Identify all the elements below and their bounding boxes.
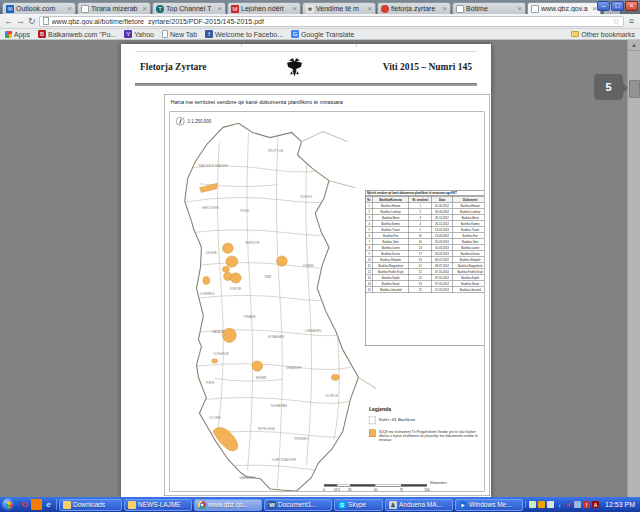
scroll-up-icon[interactable]: ▲ [628, 40, 640, 51]
tab-close-icon[interactable]: × [67, 5, 72, 13]
taskbar-button-news-lajme[interactable]: NEWS-LAJME [124, 499, 192, 511]
bookmark-label: Welcome to Facebo... [215, 31, 283, 38]
page-number: 5 [605, 81, 611, 93]
bookmark-new-tab[interactable]: New Tab [162, 30, 197, 38]
back-icon[interactable]: ← [4, 17, 13, 26]
crop-mark [241, 44, 242, 47]
map-canvas: MALESI E MADHETROPOJESHKODERKUKESPUKELEZ… [170, 112, 485, 492]
other-bookmarks-label: Other bookmarks [581, 31, 635, 38]
chrome-menu-icon[interactable]: ≡ [627, 16, 636, 26]
display-tray-icon[interactable] [547, 501, 554, 508]
scale-bar-label: 100 [424, 488, 429, 492]
scale-ratio: 1:1,250,000 [188, 119, 212, 124]
pdf-scrollbar[interactable]: ▲ [627, 40, 640, 497]
taskbar-button-skype[interactable]: SSkype [334, 499, 383, 511]
orange-app-icon[interactable] [31, 499, 42, 510]
district-label: GRAMSH [286, 366, 301, 370]
bookmark-star-icon[interactable]: ☆ [613, 17, 620, 26]
opera-icon[interactable]: O [19, 499, 30, 510]
folder-icon [63, 501, 71, 509]
tab-strip: ✉Outlook.com×Tirana mizerab×TTop Channel… [0, 0, 640, 14]
close-button[interactable]: × [625, 1, 638, 11]
table-row: 15Bashkia Librazhd1507.05.2014Bashkia Li… [366, 287, 485, 293]
boundary-swatch-icon [369, 417, 376, 425]
tab-label: fletorja zyrtare [391, 5, 440, 12]
google-translate-favicon: G [291, 30, 299, 38]
emblem-favicon: ♚ [306, 5, 314, 13]
tab-vendime-t-m[interactable]: ♚Vendime të m× [302, 2, 376, 14]
kaspersky-tray-icon[interactable]: K [565, 501, 572, 508]
url-text[interactable]: www.qbz.gov.al/botime/fletore_zyrtare/20… [52, 18, 610, 25]
bookmark-apps[interactable]: Apps [5, 31, 30, 38]
taskbar-button-windows-me-[interactable]: ▸Windows Me... [455, 499, 523, 511]
desktop: ✉Outlook.com×Tirana mizerab×TTop Channel… [0, 0, 640, 512]
media-icon: ▸ [459, 501, 467, 509]
tab-label: Vendime të m [316, 5, 365, 12]
start-button[interactable] [2, 498, 15, 511]
bookmark-label: New Tab [170, 31, 197, 38]
scale-bar: Kilometers 012.5255075100 [324, 481, 485, 492]
district-label: KAVAJE [212, 330, 225, 334]
alert-tray-icon[interactable]: ! [583, 501, 590, 508]
district-label: PUKE [240, 209, 250, 213]
network-tray-icon[interactable] [574, 501, 581, 508]
district-label: BERAT [256, 376, 268, 380]
system-tray: ♪K!A [525, 501, 602, 508]
tab-top-channel-t[interactable]: TTop Channel T× [152, 2, 226, 14]
taskbar-button-downloads[interactable]: Downloads [59, 499, 122, 511]
bookmark-yahoo[interactable]: YYahoo [124, 30, 154, 38]
tab-close-icon[interactable]: × [217, 5, 222, 13]
internet-explorer-icon[interactable]: e [43, 499, 54, 510]
pdf-viewer: Fletorja Zyrtare [0, 40, 640, 497]
taskbar-button-www-qbz-go-[interactable]: www.qbz.go... [194, 499, 262, 511]
tab-close-icon[interactable]: × [442, 5, 447, 13]
tab-www-qbz-gov-a[interactable]: www.qbz.gov.a× [527, 2, 601, 14]
other-bookmarks-button[interactable]: Other bookmarks [571, 31, 635, 38]
reload-icon[interactable]: ↻ [28, 17, 36, 26]
tab-label: www.qbz.gov.a [541, 5, 590, 12]
tab-outlook-com[interactable]: ✉Outlook.com× [2, 2, 76, 14]
table-cell: 07.05.2014 [432, 287, 452, 293]
bookmark-welcome-to-facebo-[interactable]: fWelcome to Facebo... [205, 30, 283, 38]
tab-lejohen-nd-rt[interactable]: MLejohen ndërt× [227, 2, 301, 14]
page-favicon [81, 5, 89, 13]
district-label: TEPELENE [257, 426, 276, 430]
bookmark-balkanweb-com-pu-[interactable]: BBalkanweb.com "Pu... [38, 30, 116, 38]
district-label: SKRAPAR [271, 404, 288, 408]
taskbar-button-label: Windows Me... [469, 501, 512, 508]
taskbar-button-anduena-ma-[interactable]: ♟Anduena MA... [385, 499, 453, 511]
minimize-button[interactable]: – [597, 1, 610, 11]
table-cell: Bashkia Librazhd [373, 287, 409, 293]
forward-icon[interactable]: → [16, 17, 25, 26]
legend-item-njqv: NJQV me Instrument Të Përgjithshëm Vendo… [369, 430, 485, 443]
welcome-to-facebo--favicon: f [205, 30, 213, 38]
taskbar-button-document1-[interactable]: WDocument1... [264, 499, 332, 511]
scrollbar-thumb[interactable] [629, 80, 640, 98]
volume-tray-icon[interactable]: ♪ [556, 501, 563, 508]
tab-tirana-mizerab[interactable]: Tirana mizerab× [77, 2, 151, 14]
page-icon [43, 17, 49, 25]
district-label: FIER [206, 381, 214, 385]
tab-close-icon[interactable]: × [517, 5, 522, 13]
adobe-tray-icon[interactable]: A [592, 501, 599, 508]
tab-close-icon[interactable]: × [292, 5, 297, 13]
address-bar[interactable]: www.qbz.gov.al/botime/fletore_zyrtare/20… [39, 16, 624, 27]
update-tray-icon[interactable] [538, 501, 545, 508]
tab-close-icon[interactable]: × [142, 5, 147, 13]
maximize-button[interactable]: □ [611, 1, 624, 11]
gazette-title: Fletorja Zyrtare [140, 61, 207, 72]
taskbar-button-label: www.qbz.go... [208, 501, 248, 508]
njqv-swatch-icon [369, 430, 376, 438]
bookmark-google-translate[interactable]: GGoogle Translate [291, 30, 354, 38]
taskbar-button-label: Downloads [73, 501, 105, 508]
district-label: MALESI E MADHE [199, 164, 229, 168]
taskbar-clock[interactable]: 12:53 PM [604, 501, 638, 508]
notes-tray-icon[interactable] [529, 501, 536, 508]
district-label: SHKODER [202, 206, 219, 210]
tab-fletorja-zyrtare[interactable]: fletorja zyrtare× [377, 2, 451, 14]
tab-botime[interactable]: Botime× [452, 2, 526, 14]
bookmark-label: Apps [14, 31, 30, 38]
tab-close-icon[interactable]: × [367, 5, 372, 13]
district-label: ELBASAN [268, 335, 284, 339]
m-favicon: M [231, 5, 239, 13]
